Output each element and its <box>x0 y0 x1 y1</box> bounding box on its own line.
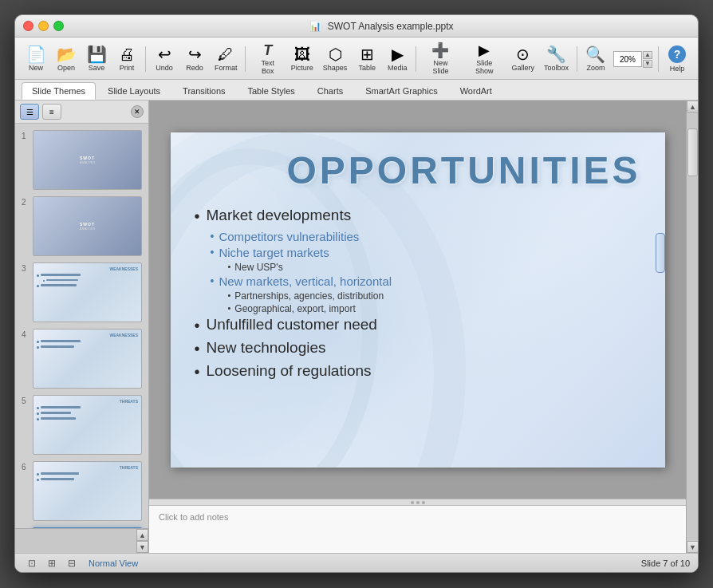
canvas-scrollbar: ▲ ▼ <box>686 101 698 553</box>
scroll-track <box>687 112 698 541</box>
help-button[interactable]: ? Help <box>663 41 691 77</box>
view-buttons: ⊡ ⊞ ⊟ <box>23 556 81 570</box>
tab-smartart[interactable]: SmartArt Graphics <box>355 82 447 100</box>
slide-thumb-3[interactable]: 3 WEAKNESSES <box>20 261 144 324</box>
new-label: New <box>29 64 43 72</box>
new-button[interactable]: 📄 New <box>22 41 50 77</box>
picture-button[interactable]: 🖼 Picture <box>287 41 317 77</box>
picture-label: Picture <box>291 64 313 72</box>
scroll-down-button[interactable]: ▼ <box>136 541 148 553</box>
open-button[interactable]: 📂 Open <box>52 41 81 77</box>
app-window: 📊 SWOT Analysis example.pptx 📄 New 📂 Ope… <box>14 14 699 573</box>
notes-placeholder: Click to add notes <box>159 512 228 522</box>
zoom-input[interactable] <box>613 51 642 67</box>
grid-view-btn[interactable]: ⊟ <box>63 556 81 570</box>
print-button[interactable]: 🖨 Print <box>112 41 141 77</box>
scroll-thumb[interactable] <box>687 128 698 176</box>
media-button[interactable]: ▶ Media <box>383 41 412 77</box>
main-slide[interactable]: OPPORTUNITIES Market developments Compet… <box>171 132 665 468</box>
canvas-area: OPPORTUNITIES Market developments Compet… <box>149 101 686 553</box>
normal-view-button[interactable]: ⊡ <box>23 556 41 570</box>
sub-sub-list-1-2: New USP's <box>228 262 641 273</box>
zoom-up-button[interactable]: ▲ <box>643 51 652 59</box>
tab-slide-layouts[interactable]: Slide Layouts <box>97 82 171 100</box>
sub-bullet-1-1: Competitors vulnerabilities <box>211 230 641 243</box>
textbox-button[interactable]: T Text Box <box>250 41 285 77</box>
window-title: 📊 SWOT Analysis example.pptx <box>73 21 690 32</box>
gallery-button[interactable]: ⊙ Gallery <box>508 41 538 77</box>
slide-thumb-5[interactable]: 5 THREATS <box>20 393 144 456</box>
separator-5 <box>658 46 659 72</box>
ribbon: Slide Themes Slide Layouts Transitions T… <box>15 80 698 101</box>
slideshow-icon: ▶ <box>479 43 490 57</box>
save-button[interactable]: 💾 Save <box>82 41 111 77</box>
tab-wordart[interactable]: WordArt <box>450 82 502 100</box>
table-button[interactable]: ⊞ Table <box>353 41 381 77</box>
slide-content: OPPORTUNITIES Market developments Compet… <box>171 132 665 468</box>
toolbox-label: Toolbox <box>544 64 569 72</box>
slide-num-2: 2 <box>22 196 33 207</box>
textbox-icon: T <box>263 43 272 57</box>
scroll-down-btn[interactable]: ▼ <box>687 541 698 553</box>
slide-thumb-6[interactable]: 6 THREATS <box>20 460 144 523</box>
maximize-button[interactable] <box>53 21 64 31</box>
bullet-item-1: Market developments <box>195 207 641 226</box>
slide-num-3: 3 <box>22 262 33 273</box>
newslide-button[interactable]: ➕ New Slide <box>420 41 460 77</box>
scroll-up-button[interactable]: ▲ <box>136 529 148 541</box>
slides-view-button[interactable]: ☰ <box>20 104 39 120</box>
gallery-icon: ⊙ <box>516 46 530 62</box>
file-icon: 📊 <box>309 21 321 32</box>
zoom-down-button[interactable]: ▼ <box>643 60 652 68</box>
toolbox-button[interactable]: 🔧 Toolbox <box>540 41 573 77</box>
separator-2 <box>245 46 246 72</box>
undo-label: Undo <box>156 64 173 72</box>
slide-preview-3: WEAKNESSES <box>33 262 142 322</box>
undo-icon: ↩ <box>158 46 171 62</box>
tab-transitions[interactable]: Transitions <box>172 82 235 100</box>
undo-button[interactable]: ↩ Undo <box>150 41 179 77</box>
close-panel-button[interactable]: ✕ <box>131 105 144 118</box>
slide-preview-5: THREATS <box>33 395 142 455</box>
format-button[interactable]: 🖊 Format <box>211 41 241 77</box>
save-label: Save <box>89 64 105 72</box>
help-label: Help <box>670 65 685 73</box>
format-icon: 🖊 <box>218 46 234 62</box>
redo-button[interactable]: ↪ Redo <box>180 41 209 77</box>
slide-preview-4: WEAKNESSES <box>33 329 142 389</box>
outline-view-button[interactable]: ≡ <box>42 104 61 120</box>
tab-slide-themes[interactable]: Slide Themes <box>22 82 96 100</box>
zoom-button[interactable]: 🔍 Zoom <box>581 41 610 77</box>
slide-panel-scroll: ▲ ▼ <box>15 528 148 553</box>
resize-dot-3 <box>422 501 425 504</box>
close-button[interactable] <box>23 21 33 31</box>
minimize-button[interactable] <box>38 21 49 31</box>
sub-sub-list-1-3: Partnerships, agencies, distribution Geo… <box>228 290 641 314</box>
outline-view-btn[interactable]: ⊞ <box>43 556 61 570</box>
slide-thumb-4[interactable]: 4 WEAKNESSES <box>20 327 144 390</box>
table-icon: ⊞ <box>360 46 374 62</box>
slide-thumb-1[interactable]: 1 SWOT ANALYSIS <box>20 128 144 191</box>
slide-num-1: 1 <box>22 130 33 140</box>
slide-thumb-7[interactable]: 7 OPPORTUNITIES <box>20 526 144 528</box>
sub-list-1: Competitors vulnerabilities Niche target… <box>211 230 641 314</box>
scroll-up-btn[interactable]: ▲ <box>687 101 698 112</box>
slideshow-button[interactable]: ▶ Slide Show <box>463 41 506 77</box>
tab-charts[interactable]: Charts <box>307 82 353 100</box>
notes-resize-handle[interactable] <box>149 499 686 505</box>
bullet-item-2: Unfulfilled customer need <box>195 316 641 335</box>
notes-area[interactable]: Click to add notes <box>149 505 686 553</box>
sub-sub-bullet-1-3-1: Partnerships, agencies, distribution <box>228 290 641 302</box>
tab-table-styles[interactable]: Table Styles <box>238 82 305 100</box>
statusbar: ⊡ ⊞ ⊟ Normal View Slide 7 of 10 <box>15 553 698 572</box>
traffic-lights <box>23 21 64 31</box>
sub-sub-bullet-1-3-2: Geographical, export, import <box>228 303 641 314</box>
newslide-label: New Slide <box>424 59 456 75</box>
slide-num-6: 6 <box>22 461 33 472</box>
print-icon: 🖨 <box>119 46 135 62</box>
slide-container[interactable]: OPPORTUNITIES Market developments Compet… <box>149 101 686 499</box>
newslide-icon: ➕ <box>431 43 449 57</box>
slide-thumb-2[interactable]: 2 SWOT ANALYSIS <box>20 195 144 258</box>
shapes-button[interactable]: ⬡ Shapes <box>319 41 351 77</box>
toolbar-buttons: 📄 New 📂 Open 💾 Save 🖨 Print ↩ Und <box>22 41 691 77</box>
